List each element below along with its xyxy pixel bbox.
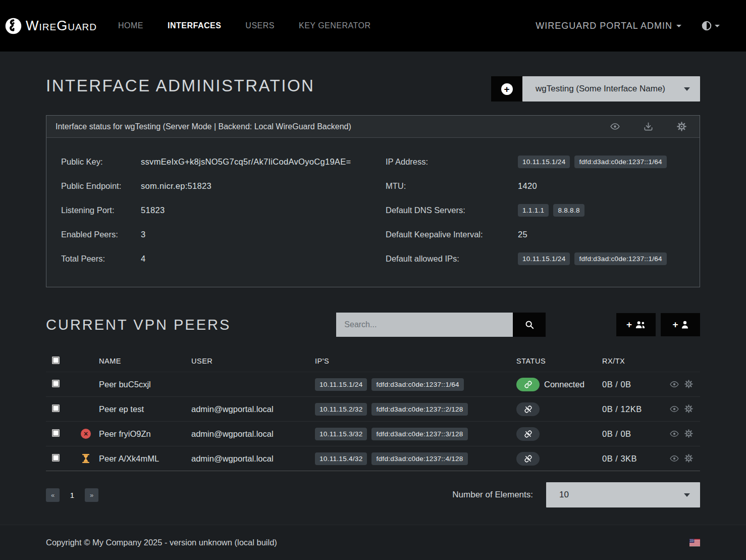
peer-view-eye-icon[interactable] [670,429,679,438]
row-checkbox[interactable] [52,380,60,387]
peer-rxtx: 0B / 0B [602,429,669,439]
peer-ip-badge: fdfd:d3ad:c0de:1237::4/128 [371,452,467,465]
peers-table-header: NAME USER IP'S STATUS RX/TX [46,350,700,372]
interface-selector-group: + wgTesting (Some Interface Name) [491,76,700,101]
disconnected-status-pill [516,427,540,441]
detail-allowed-ips: Default allowed IPs: 10.11.15.1/24 fdfd:… [386,246,700,271]
peers-section-title: CURRENT VPN PEERS [46,317,231,333]
peer-row: Peer buC5cxjl 10.11.15.1/24 fdfd:d3ad:c0… [46,372,700,397]
plus-circle-icon: + [501,83,513,95]
column-ips: IP'S [315,357,516,365]
peer-ip-badge: 10.11.15.2/32 [315,403,367,416]
row-checkbox[interactable] [52,404,60,412]
brand-name: WireGuard [26,18,97,34]
detail-enabled-peers: Enabled Peers: 3 [61,222,374,246]
peer-view-eye-icon[interactable] [670,404,679,414]
pagination-prev-button[interactable]: « [46,488,60,502]
peer-name: Peer fryiO9Zn [99,429,191,439]
ip-badge: fdfd:d3ad:c0de:1237::1/64 [574,252,666,265]
peer-expired-hourglass-icon [82,454,89,463]
download-config-icon[interactable] [644,122,653,131]
peer-name: Peer buC5cxjl [99,380,191,389]
row-checkbox[interactable] [52,454,60,462]
ip-badge: 10.11.15.1/24 [518,252,570,265]
peer-row: Peer A/Xk4mML admin@wgportal.local 10.11… [46,446,700,471]
dns-badge: 8.8.8.8 [553,204,584,217]
person-plus-icon [681,321,688,329]
peer-ip-badge: 10.11.15.4/32 [315,452,367,465]
elements-per-page-label: Number of Elements: [452,490,533,500]
add-interface-button[interactable]: + [491,76,522,101]
column-user: USER [191,357,315,365]
elements-per-page-select[interactable]: 10 [546,482,700,507]
chevron-down-icon [676,25,681,27]
brand-link[interactable]: WireGuard [5,18,97,34]
chevron-down-icon [684,87,690,91]
peer-view-eye-icon[interactable] [670,380,679,389]
peer-user: admin@wgportal.local [191,454,315,464]
detail-total-peers: Total Peers: 4 [61,246,374,271]
elements-per-page-value: 10 [559,490,569,500]
copyright-text: Copyright © My Company 2025 - version un… [46,538,277,547]
interface-status-card: Interface status for wgTesting (Server M… [46,115,700,287]
peer-name: Peer ep test [99,404,191,414]
peer-view-eye-icon[interactable] [670,454,679,463]
column-rxtx: RX/TX [602,357,669,365]
detail-dns-servers: Default DNS Servers: 1.1.1.1 8.8.8.8 [386,198,700,222]
peer-row: Peer ep test admin@wgportal.local 10.11.… [46,397,700,422]
people-plus-icon [635,321,646,329]
peer-user: admin@wgportal.local [191,404,315,414]
pagination-current-page[interactable]: 1 [66,488,79,502]
peer-settings-gear-icon[interactable] [684,429,693,438]
interface-select[interactable]: wgTesting (Some Interface Name) [522,76,700,101]
nav-item-key-generator[interactable]: KEY GENERATOR [299,21,371,30]
nav-item-home[interactable]: HOME [118,21,143,30]
detail-public-endpoint: Public Endpoint: som.nicr.ep:51823 [61,174,374,198]
view-config-eye-icon[interactable] [610,122,620,131]
detail-ip-address: IP Address: 10.11.15.1/24 fdfd:d3ad:c0de… [386,149,700,174]
peers-table: NAME USER IP'S STATUS RX/TX Peer buC5cxj… [46,350,700,471]
peer-ip-badge: fdfd:d3ad:c0de:1237::1/64 [371,378,463,391]
select-all-checkbox[interactable] [52,357,60,364]
user-menu-label: WIREGUARD PORTAL ADMIN [536,21,672,31]
search-input[interactable] [336,313,513,337]
peer-settings-gear-icon[interactable] [684,454,693,463]
peer-settings-gear-icon[interactable] [684,404,693,414]
user-menu-dropdown[interactable]: WIREGUARD PORTAL ADMIN [536,21,681,31]
link-slash-icon [524,455,532,463]
main-nav: HOME INTERFACES USERS KEY GENERATOR [118,21,371,30]
pagination: « 1 » [46,488,98,502]
peer-ip-badge: 10.11.15.3/32 [315,428,367,440]
page-title: INTERFACE ADMINISTRATION [46,76,314,95]
peer-search-group [336,313,546,337]
pagination-next-button[interactable]: » [85,488,98,502]
language-flag-us-icon[interactable] [689,539,700,546]
link-slash-icon [524,405,532,413]
peer-user: admin@wgportal.local [191,429,315,439]
ip-badge: 10.11.15.1/24 [518,156,570,168]
nav-item-users[interactable]: USERS [245,21,275,30]
status-label: Connected [544,380,584,389]
row-checkbox[interactable] [52,429,60,437]
add-multiple-peers-button[interactable]: + [616,313,656,336]
column-status: STATUS [516,357,602,365]
theme-toggle-dropdown[interactable] [702,21,720,31]
peer-name: Peer A/Xk4mML [99,454,191,464]
navbar: WireGuard HOME INTERFACES USERS KEY GENE… [0,0,746,52]
disconnected-status-pill [516,402,540,416]
interface-settings-gear-icon[interactable] [677,122,686,131]
main-content: INTERFACE ADMINISTRATION + wgTesting (So… [0,52,746,525]
column-name: NAME [99,357,191,365]
detail-listening-port: Listening Port: 51823 [61,198,374,222]
chevron-down-icon [715,25,720,27]
search-button[interactable] [513,313,546,337]
nav-item-interfaces[interactable]: INTERFACES [168,21,221,30]
interface-select-value: wgTesting (Some Interface Name) [536,84,665,94]
peer-rxtx: 0B / 12KB [602,404,669,414]
search-icon [525,320,534,329]
add-peer-button[interactable]: + [661,313,700,336]
peer-settings-gear-icon[interactable] [684,380,693,389]
detail-public-key: Public Key: ssvmEeIxG+k8jsNO5G7cq5r/Ak7I… [61,149,374,174]
peer-ip-badge: fdfd:d3ad:c0de:1237::3/128 [371,428,467,440]
connected-status-pill [516,378,540,391]
